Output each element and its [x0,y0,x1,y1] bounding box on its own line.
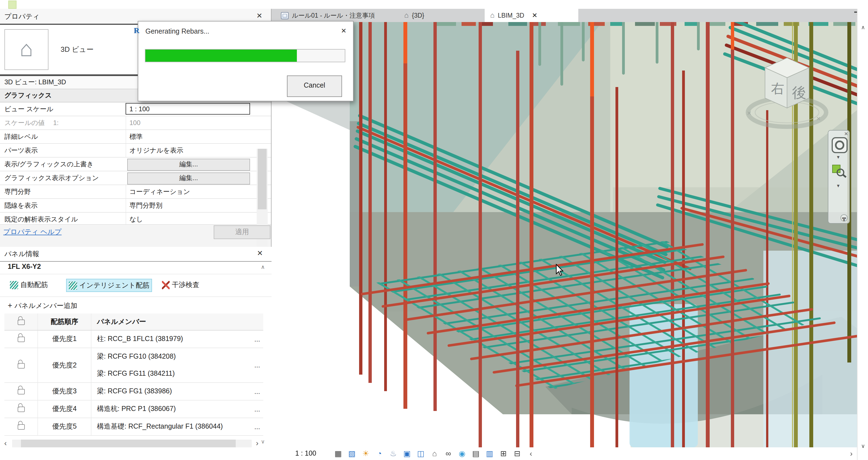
panel-info-header: パネル情報 ✕ [0,247,272,262]
viewport-scroll-up-icon[interactable]: ∧ [858,24,868,30]
type-thumbnail: ⌂ [4,29,49,70]
house-icon: ⌂ [490,12,495,19]
clash-check-icon [162,281,169,289]
view-scale-input[interactable]: 1 : 100 [126,103,250,115]
panel-actions: 自動配筋インテリジェント配筋干渉検査 [0,274,272,297]
edit-button[interactable]: 編集... [127,159,250,171]
view-lock-icon[interactable]: ⌂ [430,449,439,458]
properties-scrollbar-thumb[interactable] [258,149,267,209]
property-row[interactable]: パーツ表示オリジナルを表示 [0,144,271,158]
property-row[interactable]: 表示/グラフィックスの上書き編集... [0,158,271,171]
apply-button[interactable]: 適用 [214,225,271,239]
zoom-region-icon[interactable] [832,165,845,178]
dialog-title: RGenerating Rebars... [146,28,209,35]
reveal-hidden-elements-icon[interactable]: ◉ [457,449,467,458]
viewport-scroll-right-icon[interactable]: › [850,449,852,458]
table-row[interactable]: 優先度4構造杭: PRC P1 (386067)... [4,400,263,418]
rendering-dialog-icon[interactable]: ♨ [388,449,398,458]
scrollbar-thumb[interactable] [21,440,236,447]
progress-bar [145,49,345,62]
panel-name-row[interactable]: 1FL X6-Y2 ∧ [0,262,272,274]
edit-button[interactable]: 編集... [127,173,250,185]
worksharing-display-icon[interactable]: ⊟ [512,449,522,458]
analytical-model-icon[interactable]: ▥ [485,449,495,458]
row-more-button[interactable]: ... [251,382,263,400]
tab-label: ルール01 - ルール・注意事項 [292,11,375,20]
reveal-constraints-icon[interactable]: ⊞ [498,449,508,458]
scroll-right-icon[interactable]: › [253,439,261,448]
dialog-close-icon[interactable]: ✕ [339,26,349,36]
viewcube[interactable]: 右 後 ✕ ✕ [746,52,828,132]
priority-cell: 優先度2 [38,348,91,382]
view-tab-3[interactable]: ⌂LBIM_3D✕ [485,9,578,22]
zoom-dropdown-icon[interactable]: ▼ [836,183,840,188]
viewport-scroll-down-icon[interactable]: ∨ [858,443,868,449]
view-scale-button[interactable]: 1 : 100 [295,450,316,457]
property-row[interactable]: ビュー スケール1 : 100 [0,102,271,116]
sun-path-icon[interactable]: ☀ [361,449,371,458]
table-row[interactable]: 優先度3梁: RCFG FG1 (383986)... [4,382,263,400]
member-cell: 柱: RCC_B 1FLC1 (381979) [91,330,251,348]
action-intelligent-rebar[interactable]: インテリジェント配筋 [66,279,152,292]
crop-region-visibility-icon[interactable]: ◫ [416,449,426,458]
panel-horizontal-scrollbar[interactable]: ‹ › [0,439,272,449]
visual-style-icon[interactable]: ▧ [347,449,357,458]
navbar-more-icon[interactable]: ▬▼ [840,214,848,221]
row-more-button[interactable]: ... [251,400,263,418]
property-value[interactable]: なし [126,213,251,225]
crop-view-icon[interactable]: ▣ [402,449,412,458]
row-more-button[interactable]: ... [251,330,263,348]
panel-info-panel: パネル情報 ✕ 1FL X6-Y2 ∧ 自動配筋インテリジェント配筋干渉検査 +… [0,247,272,460]
lock-icon[interactable] [17,424,25,430]
property-value[interactable]: 専門分野別 [126,199,251,212]
lock-icon[interactable] [17,406,25,412]
navbar-close-icon[interactable]: ✕ [844,131,848,136]
lock-icon[interactable] [17,337,25,342]
property-value[interactable]: オリジナルを表示 [126,144,251,157]
add-panel-member-button[interactable]: +パネルメンバー追加 [8,301,78,311]
row-more-button[interactable]: ... [251,348,263,382]
table-header-row: 配筋順序 パネルメンバー [4,313,263,330]
viewport-vertical-scrollbar[interactable]: ∧ ∨ [857,9,868,460]
property-value[interactable]: 標準 [126,130,251,143]
properties-help-link[interactable]: プロパティ ヘルプ [3,227,62,237]
table-row[interactable]: 優先度5構造基礎: RCF_Rectangular F1 (386044)... [4,418,263,435]
properties-close-icon[interactable]: ✕ [254,11,265,21]
lock-icon[interactable] [17,389,25,394]
property-row[interactable]: 隠線を表示専門分野別 [0,199,271,213]
panel-info-close-icon[interactable]: ✕ [255,248,265,258]
navigation-bar[interactable]: ✕ ▼ ▼ ▬▼ [828,130,850,224]
table-row[interactable]: 優先度1柱: RCC_B 1FLC1 (381979)... [4,330,263,348]
property-row[interactable]: スケールの値 1:100 [0,116,271,130]
property-row[interactable]: 既定の解析表示スタイルなし [0,213,271,225]
property-row[interactable]: グラフィックス表示オプション編集... [0,171,271,185]
row-more-button[interactable]: ... [251,418,263,435]
shadows-icon[interactable]: ◔ [374,449,384,458]
table-row[interactable]: 優先度2梁: RCFG FG10 (384208)梁: RCFG FG11 (3… [4,348,263,382]
wheel-dropdown-icon[interactable]: ▼ [836,155,840,160]
property-label: 表示/グラフィックスの上書き [4,158,122,171]
member-column-header: パネルメンバー [91,313,251,330]
view-tab-bar: ルール01 - ルール・注意事項⌂{3D}⌂LBIM_3D✕ [272,9,868,22]
property-row[interactable]: 専門分野コーディネーション [0,185,271,199]
property-row[interactable]: 詳細レベル標準 [0,130,271,144]
scroll-left-icon[interactable]: ‹ [1,439,10,448]
lock-icon[interactable] [17,363,25,368]
svg-text:✕: ✕ [747,110,751,116]
view-tab-1[interactable]: ルール01 - ルール・注意事項 [275,9,396,22]
action-clash-check[interactable]: 干渉検査 [160,279,202,291]
tab-close-icon[interactable]: ✕ [532,11,537,19]
steering-wheel-icon[interactable] [832,137,848,153]
3d-viewport[interactable]: 右 後 ✕ ✕ ✕ ▼ ▼ ▬▼ [272,22,857,447]
action-auto-rebar[interactable]: 自動配筋 [8,279,50,291]
temporary-hide-isolate-icon[interactable]: ∞ [443,449,453,458]
temporary-view-properties-icon[interactable]: ▤ [471,449,481,458]
progress-dialog: RGenerating Rebars... ✕ Cancel [138,21,353,101]
viewport-scroll-left-icon[interactable]: ‹ [526,449,536,458]
cancel-button[interactable]: Cancel [287,75,342,97]
view-tab-2[interactable]: ⌂{3D} [399,9,451,22]
panel-info-title: パネル情報 [4,250,39,259]
property-value[interactable]: コーディネーション [126,185,251,198]
collapse-chevron-icon[interactable]: ∧ [261,264,265,270]
detail-level-icon[interactable]: ▦ [333,449,343,458]
